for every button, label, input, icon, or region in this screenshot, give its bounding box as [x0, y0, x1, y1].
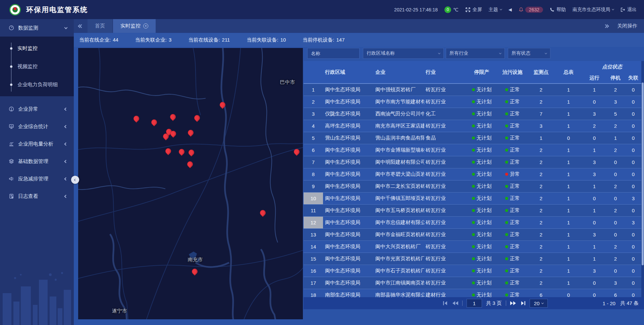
table-row[interactable]: 2 阆中生态环境局 阆中市南方节能建材有 砖瓦行业 无计划 正常 2 1 0 3…: [304, 96, 641, 108]
cell-region: 阆中生态环境局: [323, 253, 371, 265]
table-row[interactable]: 3 仪陇生态环境局 西南油气田分公司川中 化工 无计划 正常 7 1 3 5 0: [304, 108, 641, 120]
sidebar-item-enterprise-abnormal[interactable]: 企业异常: [0, 100, 74, 118]
cell-offline: 0: [625, 156, 641, 168]
col-company: 企业: [371, 61, 424, 83]
status-stat: 当前失联企业:3: [135, 37, 172, 43]
name-search-input[interactable]: [311, 51, 356, 56]
table-row[interactable]: 5 营山生态环境局 营山县润丰肉食品有限 食品 无计划 正常 1 0 0 1 0: [304, 132, 641, 144]
cell-running: 1: [583, 253, 606, 265]
table-row[interactable]: 1 阆中生态环境局 阆中强锐页岩砖厂 砖瓦行业 无计划 正常 2 1 1 2 0: [304, 84, 641, 96]
cell-production-stop: 无计划: [466, 289, 497, 298]
divider: [506, 301, 506, 306]
sidebar-item-data-monitoring[interactable]: 数据监测: [0, 19, 74, 37]
cell-industry: 砖瓦行业: [424, 193, 466, 204]
sidebar-item-realtime-monitor[interactable]: 实时监控: [0, 39, 74, 57]
table-row[interactable]: 12 阆中生态环境局 阆中市忠信建材有限公 砖瓦行业 无计划 正常 2 1 0 …: [304, 217, 641, 229]
last-page-button[interactable]: [520, 301, 526, 305]
table-scrollbar[interactable]: [641, 61, 644, 297]
first-page-button[interactable]: [443, 301, 448, 305]
total-records-label: 共 47 条: [620, 300, 639, 307]
table-row[interactable]: 9 阆中生态环境局 阆中市二龙长宝页岩砖 砖瓦行业 无计划 正常 2 1 1 2…: [304, 180, 641, 193]
status-dot-green: [472, 245, 475, 248]
status-dot: [505, 281, 508, 284]
industry-select[interactable]: 所有行业: [446, 48, 505, 59]
tab-realtime-monitor[interactable]: 实时监控 ×: [113, 19, 156, 33]
table-row[interactable]: 10 阆中生态环境局 阆中千佛镇五郎垭页岩 砖瓦行业 无计划 正常 2 1 0 …: [304, 193, 641, 205]
col-region: 行政区域: [323, 61, 371, 83]
table-row[interactable]: 6 阆中生态环境局 阆中市金博瑞新型墙材 砖瓦行业 无计划 正常 2 1 1 2…: [304, 144, 641, 156]
cell-running: 0: [583, 132, 606, 144]
sidebar-collapse-button[interactable]: [71, 176, 79, 184]
sidebar-item-power-load-detail[interactable]: 企业电力负荷明细: [0, 75, 74, 94]
sidebar-item-video-monitor[interactable]: 视频监控: [0, 57, 74, 75]
status-dot-green: [472, 257, 475, 260]
gis-map[interactable]: 巴中市南充市遂宁市: [78, 48, 303, 319]
megaphone-icon: [9, 176, 14, 181]
range-label: 1 - 20: [603, 301, 615, 306]
table-row[interactable]: 18 南部生态环境局 南部县驰华水泥有限公 建材行业 无计划 正常 6 0 0 …: [304, 289, 641, 298]
cell-row-number: 16: [304, 265, 323, 277]
bar-chart-icon: [9, 141, 14, 147]
status-dot-green: [472, 221, 475, 224]
status-select[interactable]: 所有状态: [508, 48, 550, 59]
chevron-down-icon: [499, 52, 501, 54]
tabs-scroll-left-button[interactable]: [74, 19, 88, 33]
chevron-down-icon: [438, 52, 440, 54]
cell-monitor-points: 2: [528, 180, 554, 192]
org-menu[interactable]: 南充市生态环境局: [573, 7, 614, 13]
bullet-icon: [10, 84, 12, 86]
cell-stopped: 2: [606, 180, 625, 192]
cell-production-stop: 无计划: [466, 96, 497, 108]
region-select[interactable]: 行政区域名称: [363, 48, 444, 59]
col-production-stop: 停限产: [466, 61, 497, 83]
table-row[interactable]: 4 高坪生态环境局 南充市高坪区王家店建 砖瓦行业 无计划 正常 3 1 2 2…: [304, 120, 641, 132]
tab-bar: 首页 实时监控 × 关闭操作: [74, 19, 644, 33]
sidebar-item-base-data[interactable]: 基础数据管理: [0, 153, 74, 170]
logout-button[interactable]: 退出: [621, 7, 637, 13]
status-dot-green: [472, 149, 475, 152]
cell-production-stop: 无计划: [466, 132, 497, 144]
theme-menu[interactable]: 主题: [489, 7, 502, 13]
close-tab-icon[interactable]: ×: [143, 23, 148, 29]
close-operations-button[interactable]: 关闭操作: [617, 23, 637, 29]
cell-region: 阆中生态环境局: [323, 193, 371, 204]
table-row[interactable]: 8 阆中生态环境局 阆中市枣碧大梁山页岩 砖瓦行业 无计划 异常 2 1 3 0…: [304, 168, 641, 180]
status-dot: [505, 112, 508, 115]
name-search-input-box[interactable]: [307, 48, 360, 59]
cell-industry: 砖瓦行业: [424, 253, 466, 265]
tab-home[interactable]: 首页: [88, 19, 112, 33]
help-button[interactable]: 帮助: [550, 7, 566, 13]
sidebar-item-log-view[interactable]: 日志查看: [0, 187, 74, 205]
scrollbar-thumb[interactable]: [642, 83, 644, 265]
cell-stopped: 2: [606, 205, 625, 216]
status-dot-green: [472, 281, 475, 284]
page-number-input[interactable]: 1: [467, 299, 482, 308]
cell-stopped: 0: [606, 193, 625, 204]
table-row[interactable]: 15 阆中生态环境局 阆中市光富页岩机砖厂 砖瓦行业 无计划 正常 2 1 1 …: [304, 253, 641, 265]
table-row[interactable]: 17 阆中生态环境局 阆中市江南镇阆南页岩 砖瓦行业 无计划 正常 2 1 0 …: [304, 277, 641, 289]
table-row[interactable]: 16 阆中生态环境局 阆中市石子页岩机砖厂 砖瓦行业 无计划 正常 2 1 3 …: [304, 265, 641, 277]
cell-production-stop: 无计划: [466, 241, 497, 253]
cell-pollution-facility: 正常: [497, 193, 528, 204]
cell-region: 阆中生态环境局: [323, 265, 371, 277]
fullscreen-button[interactable]: 全屏: [465, 7, 482, 13]
cell-offline: 0: [625, 205, 641, 216]
mute-button[interactable]: ◀: [508, 7, 512, 12]
table-row[interactable]: 7 阆中生态环境局 阆中明阳建材有限公司 砖瓦行业 无计划 正常 2 1 3 0…: [304, 156, 641, 168]
cell-row-number: 18: [304, 289, 323, 298]
prev-page-button[interactable]: [452, 301, 458, 305]
alarm-notifications[interactable]: 2632: [519, 7, 543, 13]
sidebar-item-enterprise-statistics[interactable]: 企业综合统计: [0, 118, 74, 135]
tabs-scroll-right-button[interactable]: [604, 25, 608, 28]
page-size-select[interactable]: 20: [530, 299, 548, 308]
table-row[interactable]: 13 阆中生态环境局 阆中市金福旺页岩机砖 砖瓦行业 无计划 正常 2 1 3 …: [304, 229, 641, 241]
cell-company: 阆中市枣碧大梁山页岩: [371, 168, 424, 180]
col-group-point-status: 点位状态: [583, 61, 641, 72]
next-page-button[interactable]: [510, 301, 516, 305]
table-row[interactable]: 14 阆中生态环境局 阆中大兴页岩机砖厂 砖瓦行业 无计划 正常 2 1 1 2…: [304, 241, 641, 253]
sidebar-item-emergency-reduction[interactable]: 应急减排管理: [0, 170, 74, 187]
cell-region: 阆中生态环境局: [323, 205, 371, 216]
table-row[interactable]: 11 阆中生态环境局 阆中市五马桥页岩机砖 砖瓦行业 无计划 正常 2 1 1 …: [304, 205, 641, 217]
app-header: 环保用电监管系统 2021-02-25 17:46:18 0 ℃ 全屏 主题 ◀…: [0, 0, 644, 19]
sidebar-item-power-analysis[interactable]: 企业用电量分析: [0, 135, 74, 153]
